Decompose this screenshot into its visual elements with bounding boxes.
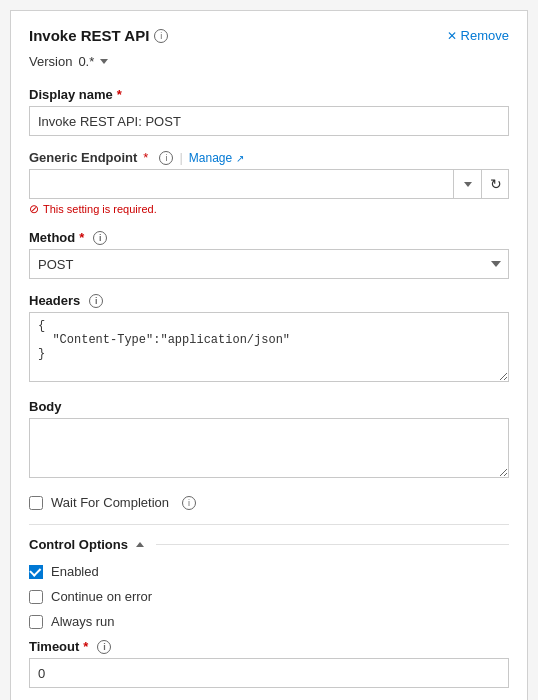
- method-label: Method * i: [29, 230, 509, 245]
- separator: |: [179, 150, 182, 165]
- version-chevron-icon: [100, 59, 108, 64]
- control-options-header: Control Options: [29, 537, 509, 552]
- endpoint-label: Generic Endpoint: [29, 150, 137, 165]
- manage-external-icon: ↗: [236, 153, 244, 164]
- timeout-label: Timeout * i: [29, 639, 509, 654]
- endpoint-error: ⊘ This setting is required.: [29, 202, 509, 216]
- continue-on-error-row: Continue on error: [29, 589, 509, 604]
- endpoint-info-icon[interactable]: i: [159, 151, 173, 165]
- body-field: Body: [29, 399, 509, 481]
- title-row: Invoke REST API i: [29, 27, 168, 44]
- always-run-label: Always run: [51, 614, 115, 629]
- control-options-section: Control Options Enabled Continue on erro…: [29, 537, 509, 629]
- section-divider-line: [156, 544, 509, 545]
- display-name-label: Display name *: [29, 87, 509, 102]
- headers-textarea[interactable]: { "Content-Type":"application/json" }: [29, 312, 509, 382]
- method-select[interactable]: POST GET PUT DELETE PATCH HEAD OPTIONS: [29, 249, 509, 279]
- invoke-rest-api-panel: Invoke REST API i ✕ Remove Version 0.* D…: [10, 10, 528, 700]
- remove-x-icon: ✕: [447, 29, 457, 43]
- headers-field: Headers i { "Content-Type":"application/…: [29, 293, 509, 385]
- endpoint-required: *: [143, 150, 148, 165]
- body-textarea[interactable]: [29, 418, 509, 478]
- headers-info-icon[interactable]: i: [89, 294, 103, 308]
- endpoint-dropdown-button[interactable]: [453, 169, 481, 199]
- endpoint-chevron-icon: [464, 182, 472, 187]
- timeout-required: *: [83, 639, 88, 654]
- panel-header: Invoke REST API i ✕ Remove: [29, 27, 509, 44]
- timeout-field: Timeout * i: [29, 639, 509, 688]
- body-label: Body: [29, 399, 509, 414]
- endpoint-input-wrapper: ↻: [29, 169, 509, 199]
- endpoint-actions: ↻: [453, 169, 509, 199]
- version-row: Version 0.*: [29, 54, 509, 69]
- version-label: Version: [29, 54, 72, 69]
- method-field: Method * i POST GET PUT DELETE PATCH HEA…: [29, 230, 509, 279]
- wait-for-completion-checkbox[interactable]: [29, 496, 43, 510]
- control-options-collapse-icon[interactable]: [136, 542, 144, 547]
- enabled-label: Enabled: [51, 564, 99, 579]
- headers-label: Headers i: [29, 293, 509, 308]
- error-icon: ⊘: [29, 202, 39, 216]
- always-run-checkbox[interactable]: [29, 615, 43, 629]
- title-info-icon[interactable]: i: [154, 29, 168, 43]
- method-info-icon[interactable]: i: [93, 231, 107, 245]
- method-select-wrapper: POST GET PUT DELETE PATCH HEAD OPTIONS: [29, 249, 509, 279]
- always-run-row: Always run: [29, 614, 509, 629]
- timeout-input[interactable]: [29, 658, 509, 688]
- wait-info-icon[interactable]: i: [182, 496, 196, 510]
- continue-on-error-label: Continue on error: [51, 589, 152, 604]
- method-required: *: [79, 230, 84, 245]
- version-dropdown[interactable]: [100, 59, 108, 64]
- divider: [29, 524, 509, 525]
- version-value: 0.*: [78, 54, 94, 69]
- timeout-info-icon[interactable]: i: [97, 640, 111, 654]
- enabled-row: Enabled: [29, 564, 509, 579]
- panel-title: Invoke REST API: [29, 27, 149, 44]
- display-name-input[interactable]: [29, 106, 509, 136]
- wait-for-completion-row: Wait For Completion i: [29, 495, 509, 510]
- endpoint-label-row: Generic Endpoint * i | Manage ↗: [29, 150, 509, 165]
- refresh-icon: ↻: [490, 176, 502, 192]
- endpoint-input[interactable]: [29, 169, 509, 199]
- continue-on-error-checkbox[interactable]: [29, 590, 43, 604]
- wait-for-completion-label: Wait For Completion: [51, 495, 169, 510]
- endpoint-refresh-button[interactable]: ↻: [481, 169, 509, 199]
- display-name-field: Display name *: [29, 87, 509, 136]
- manage-link[interactable]: Manage ↗: [189, 151, 244, 165]
- generic-endpoint-field: Generic Endpoint * i | Manage ↗ ↻ ⊘ This…: [29, 150, 509, 216]
- enabled-checkbox[interactable]: [29, 565, 43, 579]
- control-options-title: Control Options: [29, 537, 128, 552]
- display-name-required: *: [117, 87, 122, 102]
- remove-button[interactable]: ✕ Remove: [447, 28, 509, 43]
